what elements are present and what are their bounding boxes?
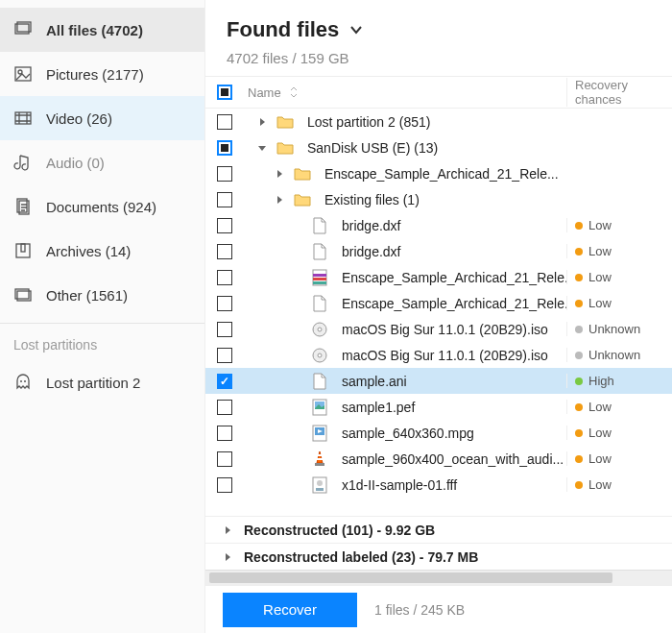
sidebar-item-audio[interactable]: Audio (0) [0, 140, 204, 184]
row-checkbox[interactable] [217, 426, 232, 441]
file-name: SanDisk USB (E) (13) [307, 140, 438, 156]
column-recovery[interactable]: Recovery chances [566, 78, 672, 107]
sidebar-item-archives[interactable]: Archives (14) [0, 229, 204, 273]
collapse-icon[interactable] [255, 141, 269, 155]
sidebar-item-other[interactable]: Other (1561) [0, 273, 204, 317]
sidebar-item-lost-partition[interactable]: Lost partition 2 [0, 360, 204, 404]
row-checkbox[interactable] [217, 140, 232, 156]
expand-icon[interactable] [255, 115, 269, 129]
recovery-cell: Low [566, 426, 672, 440]
header-checkbox-cell[interactable] [205, 85, 244, 100]
recover-button[interactable]: Recover [223, 593, 357, 627]
sidebar-item-label: Lost partition 2 [46, 375, 140, 391]
status-dot [575, 481, 583, 489]
image-icon [311, 398, 328, 417]
file-row[interactable]: Lost partition 2 (851) [205, 109, 672, 134]
row-checkbox[interactable] [217, 244, 232, 259]
svg-rect-25 [318, 454, 322, 456]
row-checkbox[interactable] [217, 296, 232, 311]
status-dot [575, 300, 583, 307]
file-name: sample_640x360.mpg [342, 426, 474, 441]
sidebar-item-documents[interactable]: Documents (924) [0, 184, 204, 229]
recovery-cell: Low [566, 400, 672, 414]
expand-icon[interactable] [273, 167, 286, 181]
sidebar: All files (4702)Pictures (2177)Video (26… [0, 0, 205, 633]
file-row[interactable]: sample.aniHigh [205, 368, 672, 394]
row-name-cell: Enscape_Sample_Archicad_21_Rele... [244, 268, 566, 287]
sidebar-item-video[interactable]: Video (26) [0, 96, 204, 140]
row-name-cell: x1d-II-sample-01.fff [244, 475, 566, 495]
sidebar-item-label: Audio (0) [46, 155, 105, 171]
svg-rect-30 [316, 488, 324, 491]
file-icon [311, 242, 328, 261]
pictures-icon [13, 64, 33, 84]
row-name-cell: Enscape_Sample_Archicad_21_Rele... [244, 294, 566, 313]
recovery-cell: Low [566, 477, 672, 492]
row-checkbox[interactable] [217, 477, 232, 493]
sidebar-item-pictures[interactable]: Pictures (2177) [0, 52, 204, 96]
file-icon [311, 216, 328, 235]
archives-icon [13, 241, 33, 260]
file-row[interactable]: sample1.pefLow [205, 394, 672, 420]
column-name[interactable]: Name [244, 85, 566, 100]
horizontal-scrollbar[interactable] [205, 570, 672, 585]
row-checkbox[interactable] [217, 374, 232, 389]
dropdown-icon[interactable] [348, 22, 364, 37]
recovery-cell: Low [566, 296, 672, 310]
file-row[interactable]: x1d-II-sample-01.fffLow [205, 472, 672, 498]
svg-point-18 [318, 328, 322, 331]
header-checkbox[interactable] [217, 85, 232, 100]
file-row[interactable]: Enscape_Sample_Archicad_21_Rele... [205, 160, 672, 186]
file-name: Lost partition 2 (851) [307, 114, 430, 130]
expand-icon[interactable] [273, 193, 286, 207]
row-checkbox[interactable] [217, 400, 232, 415]
scrollbar-thumb[interactable] [209, 572, 612, 583]
file-row[interactable]: macOS Big Sur 11.0.1 (20B29).isoUnknown [205, 316, 672, 342]
svg-rect-26 [317, 458, 323, 460]
summary-label: Reconstructed (101) - 9.92 GB [244, 523, 435, 538]
audio-icon [13, 153, 33, 172]
svg-rect-7 [16, 244, 30, 257]
file-row[interactable]: sample_960x400_ocean_with_audi...Low [205, 446, 672, 472]
file-icon [311, 294, 328, 313]
row-checkbox[interactable] [217, 348, 232, 363]
sidebar-item-all[interactable]: All files (4702) [0, 8, 204, 52]
status-dot [575, 455, 583, 463]
file-row[interactable]: bridge.dxfLow [205, 212, 672, 238]
svg-rect-4 [15, 112, 31, 124]
row-checkbox[interactable] [217, 322, 232, 337]
svg-rect-27 [315, 463, 324, 466]
file-row[interactable]: Enscape_Sample_Archicad_21_Rele...Low [205, 264, 672, 290]
row-checkbox[interactable] [217, 451, 232, 467]
expand-icon[interactable] [221, 523, 234, 537]
column-headers: Name Recovery chances [205, 76, 672, 109]
folder-icon [294, 164, 311, 183]
file-row[interactable]: macOS Big Sur 11.0.1 (20B29).isoUnknown [205, 342, 672, 368]
sidebar-item-label: Video (26) [46, 110, 112, 127]
summary-row[interactable]: Reconstructed (101) - 9.92 GB [205, 516, 672, 543]
file-row[interactable]: Existing files (1) [205, 186, 672, 212]
status-dot [575, 248, 583, 256]
svg-point-20 [318, 353, 322, 357]
main-panel: Found files 4702 files / 159 GB Name Rec… [205, 0, 672, 633]
file-row[interactable]: bridge.dxfLow [205, 238, 672, 264]
row-checkbox[interactable] [217, 114, 232, 130]
row-checkbox[interactable] [217, 218, 232, 233]
summary-row[interactable]: Reconstructed labeled (23) - 79.7 MB [205, 543, 672, 570]
row-name-cell: sample1.pef [244, 398, 566, 417]
status-dot [575, 403, 583, 411]
sidebar-section-lost: Lost partitions [0, 323, 204, 360]
row-checkbox[interactable] [217, 270, 232, 285]
row-checkbox[interactable] [217, 166, 232, 182]
file-row[interactable]: SanDisk USB (E) (13) [205, 134, 672, 160]
expand-icon[interactable] [221, 550, 234, 564]
svg-rect-8 [21, 244, 25, 252]
sidebar-item-label: Documents (924) [46, 199, 156, 215]
svg-rect-14 [313, 274, 326, 277]
file-row[interactable]: sample_640x360.mpgLow [205, 420, 672, 446]
video-icon [311, 424, 328, 443]
file-row[interactable]: Enscape_Sample_Archicad_21_Rele...Low [205, 290, 672, 316]
file-tree[interactable]: Lost partition 2 (851)SanDisk USB (E) (1… [205, 109, 672, 516]
folder-icon [276, 112, 294, 132]
row-checkbox[interactable] [217, 192, 232, 207]
